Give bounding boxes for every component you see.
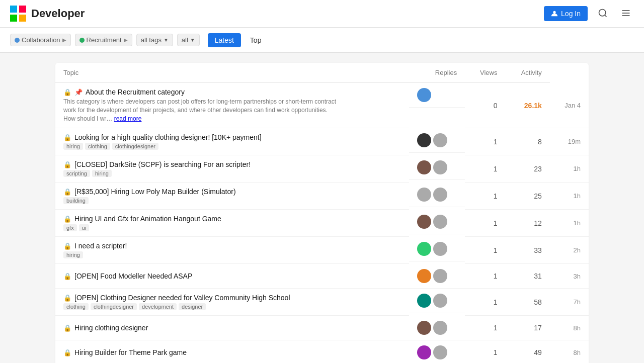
avatar — [433, 242, 447, 256]
topic-title[interactable]: About the Recruitment category — [86, 88, 185, 96]
avatars-cell — [409, 237, 465, 261]
topic-title[interactable]: Hiring Builder for Theme Park game — [74, 348, 187, 356]
svg-rect-2 — [10, 15, 17, 22]
topic-tag[interactable]: clothingdesigner — [91, 303, 137, 310]
hamburger-button[interactable] — [618, 5, 634, 23]
all-tags-filter[interactable]: all tags ▼ — [136, 34, 173, 46]
lock-icon: 🔒 — [63, 134, 71, 141]
avatar — [417, 188, 431, 202]
views-cell: 58 — [505, 289, 549, 316]
recruitment-label: Recruitment — [87, 36, 122, 44]
table-row: 🔒📌About the Recruitment categoryThis cat… — [55, 83, 589, 128]
avatar — [433, 215, 447, 229]
topic-tag[interactable]: clothingdesigner — [112, 143, 158, 150]
latest-tab[interactable]: Latest — [208, 33, 241, 47]
views-cell: 8 — [505, 128, 549, 155]
subnav: Collaboration ▶ Recruitment ▶ all tags ▼… — [0, 28, 644, 53]
topic-excerpt: This category is where developers can po… — [63, 98, 340, 123]
topics-body: 🔒📌About the Recruitment categoryThis cat… — [55, 83, 589, 364]
topic-tag[interactable]: clothing — [85, 143, 110, 150]
table-row: 🔒Looking for a high quality clothing des… — [55, 128, 589, 155]
login-button[interactable]: Log In — [544, 6, 588, 21]
views-cell: 49 — [505, 340, 549, 363]
svg-rect-3 — [19, 15, 26, 22]
all-chevron: ▼ — [190, 37, 195, 43]
table-row: 🔒Hiring clothing designer1178h — [55, 316, 589, 340]
table-row: 🔒[CLOSED] DarkSite (SCPF) is searching F… — [55, 155, 589, 183]
activity-cell: 1h — [550, 210, 589, 237]
replies-cell: 1 — [465, 289, 505, 316]
activity-cell: 19m — [550, 128, 589, 155]
table-row: 🔒I need a scripter!hiring1332h — [55, 237, 589, 264]
avatars-cell — [409, 316, 465, 340]
avatar — [433, 133, 447, 147]
top-tab[interactable]: Top — [245, 33, 267, 47]
activity-cell: 3h — [550, 264, 589, 289]
search-icon — [598, 8, 608, 18]
all-label: all — [182, 36, 188, 44]
topic-title[interactable]: [OPEN] Food Modeller Needed ASAP — [74, 272, 192, 280]
recruitment-breadcrumb[interactable]: Recruitment ▶ — [75, 34, 132, 46]
table-row: 🔒Hiring UI and Gfx for Animation Hangout… — [55, 210, 589, 237]
views-cell: 26.1k — [505, 83, 549, 128]
avatar — [417, 269, 431, 283]
search-button[interactable] — [595, 5, 611, 23]
replies-cell: 1 — [465, 128, 505, 155]
avatar — [417, 345, 431, 359]
replies-cell: 1 — [465, 316, 505, 340]
topic-title[interactable]: I need a scripter! — [74, 242, 127, 250]
main-content: Topic Replies Views Activity 🔒📌About the… — [45, 53, 599, 363]
topic-title[interactable]: Hiring UI and Gfx for Animation Hangout … — [74, 215, 221, 223]
topic-cell-3: 🔒[R$35,000] Hiring Low Poly Map Builder … — [55, 183, 409, 210]
avatar — [433, 345, 447, 359]
topic-tag[interactable]: clothing — [63, 303, 89, 310]
topic-tag[interactable]: gfx — [63, 224, 77, 231]
avatars-cell — [409, 289, 465, 313]
collaboration-breadcrumb[interactable]: Collaboration ▶ — [10, 34, 71, 46]
topic-title[interactable]: Looking for a high quality clothing desi… — [74, 133, 262, 141]
topic-cell-1: 🔒Looking for a high quality clothing des… — [55, 128, 409, 155]
activity-cell: 7h — [550, 289, 589, 316]
replies-cell: 0 — [465, 83, 505, 128]
topic-title[interactable]: [R$35,000] Hiring Low Poly Map Builder (… — [74, 188, 236, 196]
topic-title[interactable]: Hiring clothing designer — [74, 324, 148, 332]
topic-tag[interactable]: designer — [179, 303, 206, 310]
topics-table: Topic Replies Views Activity 🔒📌About the… — [55, 63, 589, 363]
views-cell: 33 — [505, 237, 549, 264]
read-more-link[interactable]: read more — [114, 115, 142, 122]
header-right: Log In — [544, 5, 634, 23]
avatar — [417, 133, 431, 147]
svg-point-5 — [599, 9, 606, 16]
topic-tag[interactable]: ui — [79, 224, 90, 231]
table-row: 🔒[OPEN] Clothing Designer needed for Val… — [55, 289, 589, 316]
avatar — [433, 269, 447, 283]
all-filter[interactable]: all ▼ — [177, 34, 200, 46]
hamburger-icon — [621, 8, 631, 18]
all-tags-label: all tags — [141, 36, 162, 44]
topic-cell-8: 🔒Hiring clothing designer — [55, 316, 409, 340]
topic-cell-5: 🔒I need a scripter!hiring — [55, 237, 409, 264]
user-icon — [551, 10, 558, 17]
topic-cell-9: 🔒Hiring Builder for Theme Park game — [55, 340, 409, 363]
views-cell: 25 — [505, 183, 549, 210]
topic-tag[interactable]: scripting — [63, 170, 90, 177]
avatars-cell — [409, 183, 465, 207]
topic-tag[interactable]: development — [139, 303, 177, 310]
collaboration-dot — [15, 38, 20, 43]
topic-title[interactable]: [CLOSED] DarkSite (SCPF) is searching Fo… — [74, 160, 251, 168]
col-activity: Activity — [505, 63, 549, 83]
topic-tag[interactable]: hiring — [63, 251, 83, 258]
table-header: Topic Replies Views Activity — [55, 63, 589, 83]
activity-cell: 2h — [550, 237, 589, 264]
topic-tag[interactable]: building — [63, 197, 89, 204]
collaboration-label: Collaboration — [22, 36, 60, 44]
topic-tag[interactable]: hiring — [92, 170, 112, 177]
views-cell: 31 — [505, 264, 549, 289]
collaboration-chevron: ▶ — [62, 37, 66, 43]
activity-cell: 8h — [550, 340, 589, 363]
activity-cell: Jan 4 — [550, 83, 589, 128]
svg-line-6 — [605, 15, 607, 17]
topic-tag[interactable]: hiring — [63, 143, 83, 150]
activity-cell: 8h — [550, 316, 589, 340]
topic-title[interactable]: [OPEN] Clothing Designer needed for Vall… — [74, 294, 290, 302]
